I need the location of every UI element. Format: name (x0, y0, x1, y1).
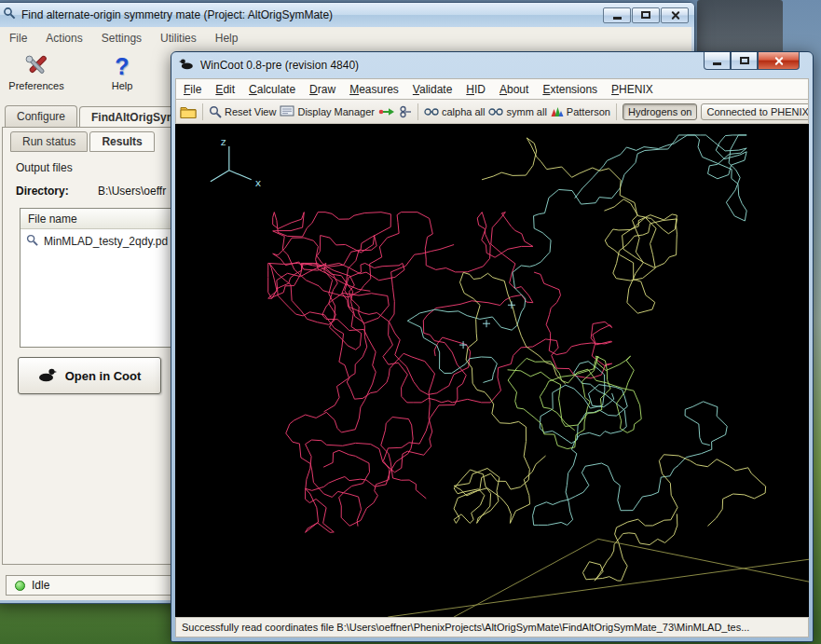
open-in-coot-label: Open in Coot (65, 369, 142, 383)
display-manager-button[interactable]: Display Manager (280, 105, 375, 117)
patterson-button[interactable]: Patterson (551, 106, 610, 117)
preferences-icon (22, 52, 50, 80)
help-label: Help (112, 80, 133, 91)
open-file-button[interactable] (180, 105, 197, 118)
minimize-icon (713, 62, 721, 65)
open-in-coot-button[interactable]: Open in Coot (18, 357, 161, 394)
menu-phenix[interactable]: PHENIX (611, 83, 653, 96)
phenix-tabs: Configure FindAltOrigSymM (1, 103, 198, 128)
phenix-subtabs: Run status Results (10, 131, 157, 152)
phenix-window-icon (3, 7, 16, 23)
maximize-button[interactable] (632, 7, 660, 23)
wincoot-statusbar: Successfully read coordinates file B:\Us… (175, 617, 809, 637)
display-manager-label: Display Manager (297, 106, 375, 117)
directory-row: Directory: B:\Users\oeffr (16, 185, 166, 198)
patterson-icon (551, 106, 564, 117)
patterson-label: Patterson (567, 106, 610, 117)
menu-settings[interactable]: Settings (102, 32, 142, 45)
viewport-3d[interactable]: zx (175, 124, 809, 617)
toolbar-separator (616, 103, 617, 120)
wincoot-menubar: File Edit Calculate Draw Measures Valida… (175, 78, 809, 100)
wincoot-toolbar: Reset View Display Manager calpha all sy… (175, 100, 809, 124)
minimize-icon (613, 17, 622, 20)
menu-draw[interactable]: Draw (309, 83, 335, 96)
goto-atom-icon (399, 105, 412, 118)
output-files-label: Output files (16, 161, 73, 174)
help-button[interactable]: ? Help (91, 52, 153, 91)
menu-about[interactable]: About (499, 83, 528, 96)
phenix-menubar: File Actions Settings Utilities Help (0, 27, 691, 49)
phenix-titlebar[interactable]: Find alternate-origin symmetry mate (Pro… (0, 3, 694, 27)
phenix-window-title: Find alternate-origin symmetry mate (Pro… (21, 8, 333, 21)
hydrogens-on-toggle[interactable]: Hydrogens on (623, 103, 698, 120)
menu-edit[interactable]: Edit (215, 83, 235, 96)
reset-view-magnifier-icon (209, 105, 222, 118)
tab-configure[interactable]: Configure (5, 105, 77, 128)
wincoot-window-title: WinCoot 0.8-pre (revision 4840) (200, 59, 359, 72)
svg-text:z: z (221, 136, 226, 148)
green-arrow-icon (378, 106, 395, 117)
desktop: Find alternate-origin symmetry mate (Pro… (0, 0, 821, 644)
toolbar-separator (417, 103, 418, 120)
menu-extensions[interactable]: Extensions (542, 83, 597, 96)
close-icon (773, 56, 784, 66)
close-button[interactable] (758, 52, 800, 70)
glasses-icon (488, 107, 503, 116)
maximize-icon (641, 11, 650, 19)
calpha-all-button[interactable]: calpha all (424, 106, 485, 117)
directory-label: Directory: (16, 185, 69, 198)
wincoot-window: WinCoot 0.8-pre (revision 4840) File Edi… (171, 51, 814, 642)
menu-hid[interactable]: HID (466, 83, 486, 96)
menu-utilities[interactable]: Utilities (160, 32, 197, 45)
svg-text:x: x (255, 177, 262, 189)
minimize-button[interactable] (603, 7, 631, 23)
wincoot-window-controls (704, 52, 800, 70)
go-button[interactable] (378, 106, 395, 117)
status-idle-icon (15, 581, 25, 591)
menu-file[interactable]: File (184, 83, 201, 96)
reset-view-button[interactable]: Reset View (209, 105, 276, 118)
preferences-label: Preferences (8, 80, 63, 91)
maximize-button[interactable] (731, 52, 758, 70)
menu-help[interactable]: Help (215, 32, 239, 45)
directory-value: B:\Users\oeffr (98, 185, 166, 198)
toolbar-separator (202, 103, 203, 120)
reset-view-label: Reset View (225, 106, 276, 117)
display-manager-icon (280, 105, 294, 117)
status-text: Idle (32, 579, 49, 592)
goto-atom-button[interactable] (399, 105, 412, 118)
help-icon: ? (115, 52, 129, 80)
menu-file[interactable]: File (9, 32, 27, 45)
magnifier-icon (26, 234, 38, 249)
minimize-button[interactable] (704, 52, 731, 70)
maximize-icon (740, 57, 749, 64)
subtab-results[interactable]: Results (89, 131, 154, 152)
menu-calculate[interactable]: Calculate (249, 83, 295, 96)
wallpaper-structure (697, 0, 783, 56)
wincoot-status-text: Successfully read coordinates file B:\Us… (182, 622, 749, 633)
menu-validate[interactable]: Validate (413, 83, 453, 96)
menu-measures[interactable]: Measures (349, 83, 399, 96)
wincoot-duck-icon (179, 57, 194, 74)
close-icon (670, 10, 680, 21)
connected-to-phenix-button[interactable]: Connected to PHENIX (701, 103, 809, 120)
file-name: MinMLAD_testy_2qdy.pd (44, 235, 168, 248)
glasses-icon (424, 107, 439, 116)
symm-all-label: symm all (506, 106, 546, 117)
symm-all-button[interactable]: symm all (488, 106, 546, 117)
menu-actions[interactable]: Actions (46, 32, 82, 45)
calpha-all-label: calpha all (442, 106, 485, 117)
duck-icon (38, 367, 57, 385)
subtab-run-status[interactable]: Run status (10, 131, 88, 152)
molecule-canvas: zx (175, 124, 809, 617)
phenix-window-controls (602, 7, 689, 23)
folder-icon (180, 105, 197, 118)
close-button[interactable] (661, 7, 689, 23)
preferences-button[interactable]: Preferences (6, 52, 67, 91)
